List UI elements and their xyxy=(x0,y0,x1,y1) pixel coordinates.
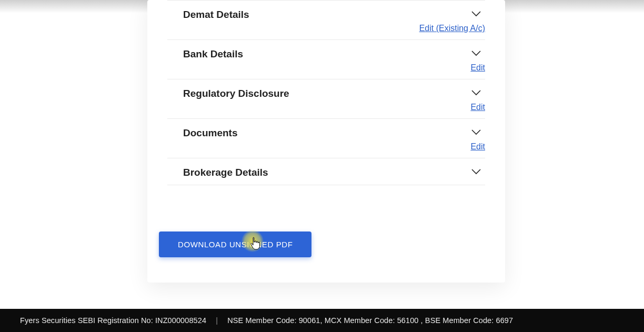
edit-link-regulatory[interactable]: Edit xyxy=(167,103,485,112)
section-title: Bank Details xyxy=(167,48,485,60)
section-title: Documents xyxy=(167,127,485,139)
chevron-down-icon[interactable] xyxy=(471,11,481,17)
section-demat-details[interactable]: Demat Details Edit (Existing A/c) xyxy=(167,0,485,39)
form-card: Demat Details Edit (Existing A/c) Bank D… xyxy=(147,0,505,283)
chevron-down-icon[interactable] xyxy=(471,129,481,136)
section-title: Brokerage Details xyxy=(167,167,485,178)
chevron-down-icon[interactable] xyxy=(471,169,481,175)
chevron-down-icon[interactable] xyxy=(471,90,481,96)
section-regulatory-disclosure[interactable]: Regulatory Disclosure Edit xyxy=(167,79,485,118)
edit-link-documents[interactable]: Edit xyxy=(167,142,485,152)
section-title: Demat Details xyxy=(167,9,485,21)
edit-link-demat[interactable]: Edit (Existing A/c) xyxy=(167,24,485,33)
section-documents[interactable]: Documents Edit xyxy=(167,118,485,158)
footer-codes: NSE Member Code: 90061, MCX Member Code:… xyxy=(227,316,513,325)
edit-link-bank[interactable]: Edit xyxy=(167,63,485,73)
download-unsigned-pdf-button[interactable]: DOWNLOAD UNSIGNED PDF xyxy=(159,232,311,257)
section-brokerage-details[interactable]: Brokerage Details xyxy=(167,158,485,185)
chevron-down-icon[interactable] xyxy=(471,51,481,57)
footer-separator: | xyxy=(216,316,218,325)
section-bank-details[interactable]: Bank Details Edit xyxy=(167,39,485,79)
section-title: Regulatory Disclosure xyxy=(167,88,485,99)
footer-bar: Fyers Securities SEBI Registration No: I… xyxy=(0,309,644,332)
footer-sebi: Fyers Securities SEBI Registration No: I… xyxy=(20,316,206,325)
